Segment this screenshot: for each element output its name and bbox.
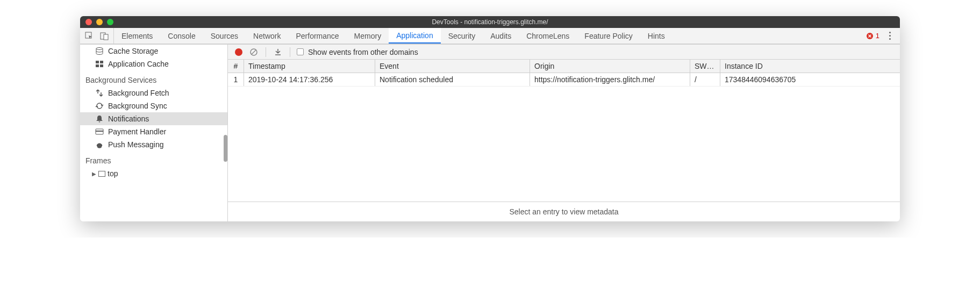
sidebar-item-background-sync[interactable]: Background Sync	[80, 99, 227, 112]
application-sidebar: Cache Storage Application Cache Backgrou…	[80, 45, 228, 221]
table-row[interactable]: 12019-10-24 14:17:36.256Notification sch…	[228, 73, 900, 87]
titlebar: DevTools - notification-triggers.glitch.…	[80, 16, 900, 28]
cell: 1	[228, 73, 244, 86]
maximize-window-button[interactable]	[107, 19, 113, 25]
events-table: # Timestamp Event Origin SW … Instance I…	[228, 60, 900, 202]
tab-elements[interactable]: Elements	[114, 28, 160, 44]
window-title: DevTools - notification-triggers.glitch.…	[80, 18, 900, 26]
show-other-domains-label: Show events from other domains	[308, 48, 418, 56]
tab-memory[interactable]: Memory	[347, 28, 389, 44]
clear-button[interactable]	[248, 47, 259, 57]
sidebar-item-label: Push Messaging	[108, 140, 164, 149]
sidebar-item-label: Application Cache	[108, 60, 169, 68]
cell: Notification scheduled	[375, 73, 530, 86]
col-header-timestamp[interactable]: Timestamp	[244, 60, 375, 73]
device-toolbar-icon[interactable]	[99, 31, 109, 41]
metadata-placeholder: Select an entry to view metadata	[228, 202, 900, 221]
col-header-origin[interactable]: Origin	[530, 60, 690, 73]
svg-rect-2	[104, 34, 108, 40]
events-toolbar: Show events from other domains	[228, 45, 900, 60]
tab-application[interactable]: Application	[389, 28, 441, 44]
svg-rect-7	[96, 64, 99, 67]
sidebar-item-payment-handler[interactable]: Payment Handler	[80, 125, 227, 138]
record-icon	[235, 48, 242, 56]
tab-performance[interactable]: Performance	[288, 28, 346, 44]
tab-network[interactable]: Network	[246, 28, 288, 44]
col-header-sw-scope[interactable]: SW …	[690, 60, 720, 73]
toolbar-separator	[266, 47, 266, 57]
sidebar-item-background-fetch[interactable]: Background Fetch	[80, 87, 227, 99]
tab-console[interactable]: Console	[160, 28, 203, 44]
cell: 2019-10-24 14:17:36.256	[244, 73, 375, 86]
col-header-index[interactable]: #	[228, 60, 244, 73]
inspect-element-icon[interactable]	[84, 31, 94, 41]
frame-icon	[98, 171, 105, 177]
close-window-button[interactable]	[85, 19, 92, 25]
tab-feature-policy[interactable]: Feature Policy	[577, 28, 640, 44]
more-menu-icon[interactable]	[885, 32, 895, 40]
sidebar-item-frame-top[interactable]: ▶ top	[80, 167, 227, 180]
svg-line-12	[252, 50, 256, 54]
error-count-value: 1	[876, 32, 879, 40]
svg-rect-8	[100, 64, 103, 67]
col-header-instance-id[interactable]: Instance ID	[720, 60, 900, 73]
cell: /	[690, 73, 720, 86]
tab-hints[interactable]: Hints	[640, 28, 673, 44]
svg-point-4	[96, 48, 103, 50]
cell: https://notification-triggers.glitch.me/	[530, 73, 690, 86]
frame-label: top	[108, 169, 118, 178]
toolbar-separator	[290, 47, 290, 57]
sidebar-item-push-messaging[interactable]: Push Messaging	[80, 138, 227, 151]
sidebar-section-background-services: Background Services	[80, 70, 227, 87]
sidebar-item-cache-storage[interactable]: Cache Storage	[80, 45, 227, 57]
show-other-domains-checkbox[interactable]	[297, 48, 304, 55]
sidebar-item-label: Notifications	[108, 114, 149, 123]
svg-rect-6	[100, 61, 103, 63]
svg-rect-5	[96, 61, 99, 63]
sidebar-item-label: Background Sync	[108, 102, 167, 110]
sidebar-item-notifications[interactable]: Notifications	[80, 112, 227, 125]
sidebar-section-frames: Frames	[80, 151, 227, 167]
sidebar-item-label: Cache Storage	[108, 47, 158, 55]
tab-sources[interactable]: Sources	[203, 28, 246, 44]
tab-security[interactable]: Security	[441, 28, 483, 44]
col-header-event[interactable]: Event	[375, 60, 530, 73]
svg-rect-10	[96, 131, 103, 132]
devtools-tabstrip: ElementsConsoleSourcesNetworkPerformance…	[80, 28, 900, 44]
tab-chromelens[interactable]: ChromeLens	[519, 28, 577, 44]
scrollbar-thumb[interactable]	[224, 135, 227, 162]
minimize-window-button[interactable]	[96, 19, 103, 25]
sidebar-item-label: Payment Handler	[108, 127, 166, 136]
svg-rect-0	[85, 32, 91, 38]
tab-audits[interactable]: Audits	[483, 28, 519, 44]
cell: 17348446094636705	[720, 73, 900, 86]
error-count-badge[interactable]: 1	[866, 32, 879, 40]
disclosure-triangle-icon[interactable]: ▶	[92, 171, 96, 177]
sidebar-item-label: Background Fetch	[108, 89, 169, 97]
save-button[interactable]	[273, 47, 283, 57]
sidebar-item-application-cache[interactable]: Application Cache	[80, 57, 227, 70]
record-button[interactable]	[233, 47, 244, 57]
